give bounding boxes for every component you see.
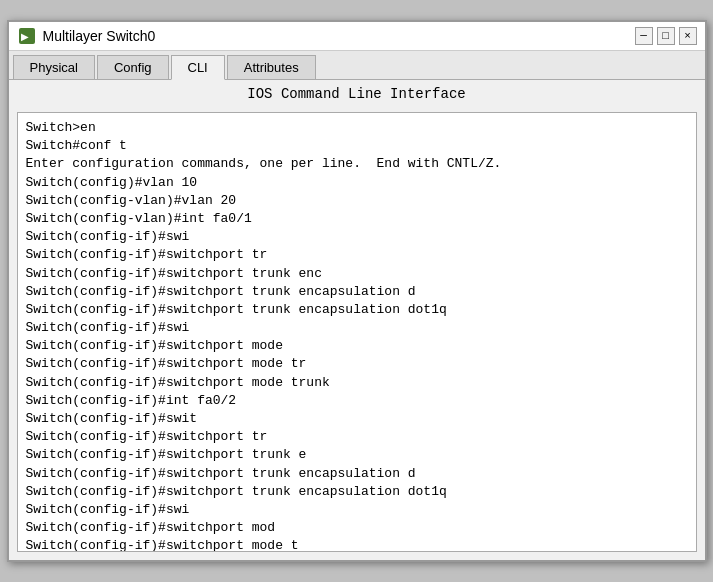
title-bar: ▶ Multilayer Switch0 ─ □ × — [9, 22, 705, 51]
minimize-button[interactable]: ─ — [635, 27, 653, 45]
svg-text:▶: ▶ — [21, 31, 29, 42]
tab-bar: Physical Config CLI Attributes — [9, 51, 705, 80]
tab-cli[interactable]: CLI — [171, 55, 225, 80]
title-buttons: ─ □ × — [635, 27, 697, 45]
cli-terminal[interactable]: Switch>en Switch#conf t Enter configurat… — [17, 112, 697, 552]
title-bar-left: ▶ Multilayer Switch0 — [17, 26, 156, 46]
app-icon: ▶ — [17, 26, 37, 46]
tab-attributes[interactable]: Attributes — [227, 55, 316, 79]
tab-config[interactable]: Config — [97, 55, 169, 79]
maximize-button[interactable]: □ — [657, 27, 675, 45]
cli-output: Switch>en Switch#conf t Enter configurat… — [26, 119, 688, 552]
main-window: ▶ Multilayer Switch0 ─ □ × Physical Conf… — [7, 20, 707, 562]
window-title: Multilayer Switch0 — [43, 28, 156, 44]
close-button[interactable]: × — [679, 27, 697, 45]
cli-subtitle: IOS Command Line Interface — [9, 80, 705, 108]
tab-physical[interactable]: Physical — [13, 55, 95, 79]
